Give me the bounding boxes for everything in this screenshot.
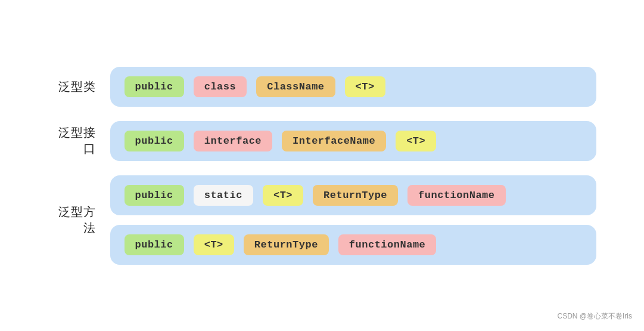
generic-interface-label: 泛型接口 xyxy=(48,125,96,157)
token-class: class xyxy=(194,76,247,97)
generic-method-row: 泛型方法 public static <T> ReturnType functi… xyxy=(48,175,596,265)
token-returntype-2: ReturnType xyxy=(244,234,329,255)
method-group: public static <T> ReturnType functionNam… xyxy=(110,175,596,265)
token-functionname-1: functionName xyxy=(407,185,505,206)
main-container: 泛型类 public class ClassName <T> 泛型接口 publ… xyxy=(0,0,644,331)
token-T-2: <T> xyxy=(396,131,436,151)
token-public-3: public xyxy=(125,185,184,206)
token-classname: ClassName xyxy=(256,76,335,97)
token-returntype-1: ReturnType xyxy=(313,185,398,206)
token-public-2: public xyxy=(125,131,184,151)
generic-method-label: 泛型方法 xyxy=(48,204,96,236)
token-static: static xyxy=(194,185,253,206)
method-box-1: public static <T> ReturnType functionNam… xyxy=(110,175,596,215)
generic-class-row: 泛型类 public class ClassName <T> xyxy=(48,67,596,107)
token-public-1: public xyxy=(125,76,184,97)
method-box-2: public <T> ReturnType functionName xyxy=(110,225,596,265)
token-T-3: <T> xyxy=(263,185,303,206)
generic-class-label: 泛型类 xyxy=(48,79,96,95)
generic-class-box: public class ClassName <T> xyxy=(110,67,596,107)
token-public-4: public xyxy=(125,234,184,255)
token-interface: interface xyxy=(194,131,272,151)
diagram: 泛型类 public class ClassName <T> 泛型接口 publ… xyxy=(24,55,620,277)
watermark: CSDN @卷心菜不卷Iris xyxy=(557,311,632,321)
token-interfacename: InterfaceName xyxy=(282,131,386,151)
generic-interface-row: 泛型接口 public interface InterfaceName <T> xyxy=(48,121,596,161)
generic-interface-box: public interface InterfaceName <T> xyxy=(110,121,596,161)
token-functionname-2: functionName xyxy=(338,234,436,255)
token-T-1: <T> xyxy=(345,76,385,97)
token-T-4: <T> xyxy=(194,234,234,255)
